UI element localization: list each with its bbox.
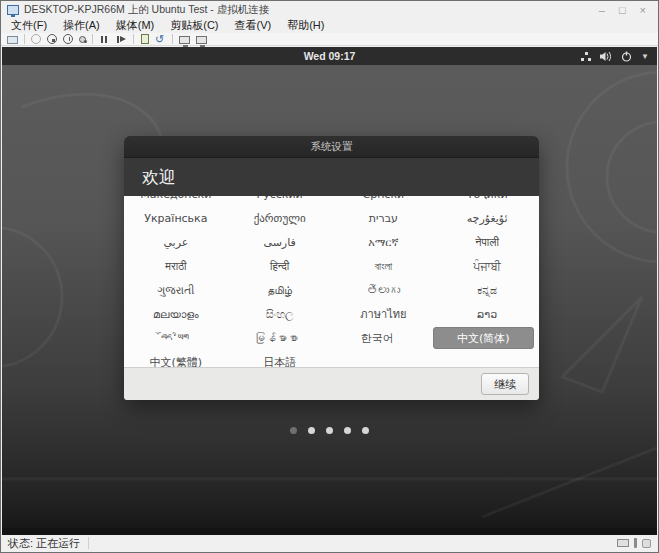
dialog-footer: 继续 xyxy=(124,367,539,400)
network-icon xyxy=(581,52,591,61)
menu-clipboard[interactable]: 剪贴板(C) xyxy=(170,18,218,33)
vm-status-text: 状态: 正在运行 xyxy=(8,536,80,551)
language-option[interactable]: فارسی xyxy=(228,230,332,254)
save-icon[interactable] xyxy=(79,36,86,43)
vmconnect-app-icon xyxy=(7,5,19,15)
pager-dot[interactable] xyxy=(290,427,297,434)
dialog-header: 欢迎 xyxy=(124,158,539,196)
language-row: Українська ქართული עברית ئۇيغۇرچە xyxy=(124,206,539,230)
turn-off-icon[interactable] xyxy=(47,34,57,44)
pager-dot[interactable] xyxy=(308,427,315,434)
language-row: मराठी हिन्दी বাংলা ਪੰਜਾਬੀ xyxy=(124,254,539,278)
language-option[interactable]: 日本語 xyxy=(228,350,332,367)
language-row: Македонски Русский Српски Тоҷикӣ xyxy=(124,196,539,206)
language-row: བོད་ཡིག မြန်မာစာ 한국어 中文(简体) xyxy=(124,326,539,350)
language-option[interactable]: አማርኛ xyxy=(332,230,436,254)
toolbar-separator xyxy=(172,34,173,44)
language-option[interactable]: ภาษาไทย xyxy=(332,302,436,326)
menu-media[interactable]: 媒体(M) xyxy=(116,18,155,33)
status-separator xyxy=(88,537,89,549)
window-title: DESKTOP-KPJR66M 上的 Ubuntu Test - 虚拟机连接 xyxy=(24,3,599,17)
session-status-icon xyxy=(642,539,651,548)
menu-file[interactable]: 文件(F) xyxy=(11,18,47,33)
language-option[interactable]: বাংলা xyxy=(332,254,436,278)
dialog-title: 系统设置 xyxy=(311,140,353,154)
language-option[interactable]: मराठी xyxy=(124,254,228,278)
toolbar-separator xyxy=(92,34,93,44)
pager-dot[interactable] xyxy=(344,427,351,434)
continue-button[interactable]: 继续 xyxy=(481,373,529,395)
status-bar: 状态: 正在运行 xyxy=(2,535,657,551)
power-icon xyxy=(621,51,632,62)
language-option[interactable]: བོད་ཡིག xyxy=(124,326,225,350)
reset-icon[interactable] xyxy=(116,34,127,45)
language-option[interactable] xyxy=(435,350,539,367)
enhanced-session-icon[interactable] xyxy=(179,36,190,44)
language-row: 中文(繁體) 日本語 xyxy=(124,350,539,367)
close-button[interactable]: × xyxy=(640,4,646,16)
pause-icon[interactable] xyxy=(99,34,110,45)
display-status-icon xyxy=(617,539,629,547)
language-option[interactable]: Українська xyxy=(124,206,228,230)
initial-setup-dialog: 系统设置 欢迎 Македонски Русский Српски Тоҷикӣ… xyxy=(124,136,539,400)
checkpoint-icon[interactable] xyxy=(141,34,149,44)
language-option-selected[interactable]: 中文(简体) xyxy=(433,327,534,349)
language-option[interactable]: Српски xyxy=(332,196,436,206)
system-status-area[interactable]: ▼ xyxy=(581,47,649,65)
vm-display: Wed 09:17 ▼ 系统设置 欢迎 Македонски Русский xyxy=(2,47,657,536)
window-titlebar: DESKTOP-KPJR66M 上的 Ubuntu Test - 虚拟机连接 –… xyxy=(1,1,658,18)
toolbar-separator xyxy=(133,34,134,44)
clock[interactable]: Wed 09:17 xyxy=(304,50,356,62)
pager-dot[interactable] xyxy=(362,427,369,434)
language-list-viewport[interactable]: Македонски Русский Српски Тоҷикӣ Українс… xyxy=(124,196,539,367)
language-option[interactable]: සිංහල xyxy=(228,302,332,326)
ctrl-alt-del-icon[interactable] xyxy=(7,36,18,44)
language-option[interactable]: ગુજરાતી xyxy=(124,278,228,302)
minimize-button[interactable]: – xyxy=(599,4,605,16)
start-icon[interactable] xyxy=(31,34,41,44)
language-option[interactable]: ਪੰਜਾਬੀ xyxy=(435,254,539,278)
menu-view[interactable]: 查看(V) xyxy=(235,18,272,33)
dialog-titlebar[interactable]: 系统设置 xyxy=(124,136,539,158)
revert-icon[interactable]: ↺ xyxy=(155,34,166,45)
language-option[interactable]: ಕನ್ನಡ xyxy=(435,278,539,302)
language-grid: Македонски Русский Српски Тоҷикӣ Українс… xyxy=(124,196,539,367)
language-option[interactable]: 한국어 xyxy=(327,326,428,350)
language-option[interactable]: മലയാളം xyxy=(124,302,228,326)
pager-dot[interactable] xyxy=(326,427,333,434)
vm-toolbar: ↺ xyxy=(1,33,658,46)
menu-action[interactable]: 操作(A) xyxy=(63,18,100,33)
menu-help[interactable]: 帮助(H) xyxy=(287,18,324,33)
gnome-top-bar: Wed 09:17 ▼ xyxy=(2,47,657,65)
language-option[interactable]: עברית xyxy=(332,206,436,230)
toolbar-separator xyxy=(24,34,25,44)
hyperv-vm-window: DESKTOP-KPJR66M 上的 Ubuntu Test - 虚拟机连接 –… xyxy=(0,0,659,553)
language-option[interactable]: नेपाली xyxy=(435,230,539,254)
language-option[interactable] xyxy=(332,350,436,367)
language-option[interactable]: ລາວ xyxy=(435,302,539,326)
language-option[interactable]: عربي xyxy=(124,230,228,254)
language-option[interactable]: 中文(繁體) xyxy=(124,350,228,367)
volume-icon xyxy=(600,51,612,62)
language-row: ગુજરાતી தமிழ் తెలుగు ಕನ್ನಡ xyxy=(124,278,539,302)
language-option[interactable]: தமிழ் xyxy=(228,278,332,302)
maximize-button[interactable]: □ xyxy=(619,4,626,16)
menu-bar: 文件(F) 操作(A) 媒体(M) 剪贴板(C) 查看(V) 帮助(H) xyxy=(1,18,658,33)
language-option[interactable]: Македонски xyxy=(124,196,228,206)
usb-status-icon xyxy=(634,538,637,548)
share-icon[interactable] xyxy=(196,36,207,44)
language-option[interactable]: မြန်မာစာ xyxy=(225,326,326,350)
chevron-down-icon: ▼ xyxy=(641,52,649,61)
language-option[interactable]: ئۇيغۇرچە xyxy=(435,206,539,230)
language-option[interactable]: Тоҷикӣ xyxy=(435,196,539,206)
shut-down-icon[interactable] xyxy=(63,34,73,44)
language-row: عربي فارسی አማርኛ नेपाली xyxy=(124,230,539,254)
language-option[interactable]: Русский xyxy=(228,196,332,206)
language-option[interactable]: తెలుగు xyxy=(332,278,436,302)
language-option[interactable]: ქართული xyxy=(228,206,332,230)
language-option[interactable]: हिन्दी xyxy=(228,254,332,278)
page-title: 欢迎 xyxy=(142,166,176,189)
page-indicator xyxy=(2,427,657,434)
language-row: മലയാളം සිංහල ภาษาไทย ລາວ xyxy=(124,302,539,326)
